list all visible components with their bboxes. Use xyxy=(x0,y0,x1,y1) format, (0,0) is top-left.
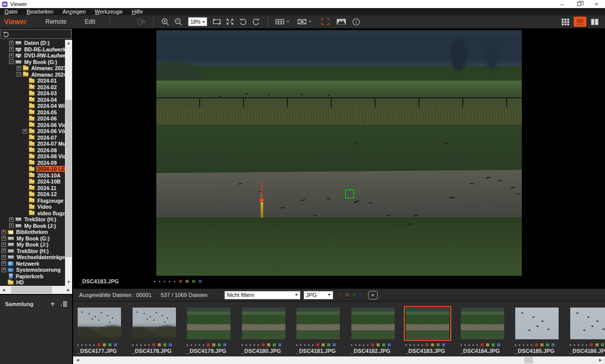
filter-select[interactable]: Nicht filtern xyxy=(224,291,300,299)
tree-item-trekstor-h[interactable]: +TrekStor (H:) xyxy=(0,248,65,255)
rating-dot[interactable] xyxy=(351,344,352,346)
tree-item-2024-07-mutte[interactable]: +2024-07 Mutte xyxy=(0,141,65,147)
collapse-icon[interactable]: − xyxy=(17,72,21,77)
tree-item-daten-d[interactable]: +Daten (D:) xyxy=(0,40,65,46)
rating-dot[interactable] xyxy=(523,344,524,346)
rating-dot[interactable] xyxy=(85,344,87,346)
tree-item-netzwerk[interactable]: +Netzwerk xyxy=(0,261,65,267)
label-color-filter[interactable] xyxy=(359,293,362,296)
rating-label-row[interactable] xyxy=(405,343,456,346)
label-color-square[interactable] xyxy=(480,343,483,346)
rating-dot[interactable] xyxy=(174,281,175,282)
expand-icon[interactable]: + xyxy=(9,41,14,45)
label-color-square[interactable] xyxy=(212,343,215,346)
rating-dot[interactable] xyxy=(144,344,146,346)
label-color-filter[interactable] xyxy=(339,293,342,296)
label-color-square[interactable] xyxy=(262,343,265,346)
label-color-square[interactable] xyxy=(218,343,221,346)
scrollbar-thumb[interactable] xyxy=(11,286,52,293)
rating-dot[interactable] xyxy=(89,344,91,346)
fit-screen-icon[interactable] xyxy=(223,17,236,27)
rating-dot[interactable] xyxy=(578,344,579,346)
tree-item-2024-08[interactable]: +2024-08 xyxy=(0,147,65,154)
scrollbar-thumb[interactable] xyxy=(524,357,533,363)
rating-dot[interactable] xyxy=(421,344,423,346)
label-color-square[interactable] xyxy=(223,343,226,346)
tree-item-my-book-j[interactable]: +My Book (J:) xyxy=(0,223,65,229)
thumbnail-dsc4185-jpg[interactable]: _DSC4185.JPG xyxy=(511,301,566,356)
tree-item-2024-12[interactable]: +2024-12 xyxy=(0,191,65,198)
view-compare-button[interactable] xyxy=(588,17,601,27)
rating-dot[interactable] xyxy=(308,344,310,346)
tree-item-2024-10b[interactable]: +2024-10B xyxy=(0,178,65,185)
rating-dot[interactable] xyxy=(136,344,138,346)
tree-item-almanac-2024[interactable]: −Almanac 2024 xyxy=(0,72,65,78)
rating-dot[interactable] xyxy=(132,344,134,346)
scroll-right-icon[interactable]: ► xyxy=(597,356,604,364)
rating-dot[interactable] xyxy=(195,344,196,346)
label-color-square[interactable] xyxy=(169,343,172,346)
tree-item-flugzeuge[interactable]: +Flugzeuge xyxy=(0,198,65,204)
expand-icon[interactable]: + xyxy=(2,255,6,260)
label-color-square[interactable] xyxy=(179,280,182,283)
label-color-square[interactable] xyxy=(540,343,543,346)
menu-item-datei[interactable]: Datei xyxy=(0,8,22,15)
rating-dot[interactable] xyxy=(405,344,407,346)
tree-item-2024-02[interactable]: +2024-02 xyxy=(0,84,65,91)
label-color-square[interactable] xyxy=(207,343,210,346)
sort-collection-button[interactable]: ↓ xyxy=(60,301,67,307)
label-color-square[interactable] xyxy=(426,343,429,346)
label-color-square[interactable] xyxy=(552,343,555,346)
rating-dot[interactable] xyxy=(409,344,411,346)
label-color-square[interactable] xyxy=(546,343,549,346)
expand-icon[interactable]: + xyxy=(2,268,6,272)
expand-icon[interactable]: + xyxy=(17,66,21,71)
rating-dot[interactable] xyxy=(241,344,243,346)
expand-icon[interactable]: + xyxy=(23,129,27,134)
label-color-square[interactable] xyxy=(114,343,117,346)
chevron-down-icon[interactable] xyxy=(286,21,289,23)
tree-item-2024-08-video[interactable]: +2024-08 Video xyxy=(0,153,65,160)
tree-item-my-book-j[interactable]: +My Book (J:) xyxy=(0,241,65,248)
thumbnail-dsc4183-jpg[interactable]: _DSC4183.JPG xyxy=(401,301,456,356)
tree-item-2024-09[interactable]: +2024-09 xyxy=(0,160,65,166)
fullscreen-icon[interactable] xyxy=(319,17,332,27)
filetype-select[interactable]: JPG xyxy=(304,291,333,299)
tab-remote[interactable]: Remote xyxy=(36,18,76,25)
rating-dot[interactable] xyxy=(300,344,301,346)
expand-icon[interactable]: + xyxy=(9,53,14,58)
add-collection-button[interactable]: + xyxy=(50,301,55,307)
rating-dot[interactable] xyxy=(413,344,415,346)
label-color-square[interactable] xyxy=(535,343,538,346)
label-color-square[interactable] xyxy=(492,343,495,346)
scroll-left-icon[interactable]: ◄ xyxy=(74,356,81,364)
thumbnail-dsc4181-jpg[interactable]: _DSC4181.JPG xyxy=(292,301,347,356)
rating-dot[interactable] xyxy=(199,344,200,346)
rating-label-row[interactable] xyxy=(187,343,237,346)
label-color-square[interactable] xyxy=(327,343,330,346)
rating-dot[interactable] xyxy=(570,344,571,346)
rating-dot[interactable] xyxy=(169,281,170,282)
label-color-square[interactable] xyxy=(316,343,319,346)
rating-dot[interactable] xyxy=(250,344,251,346)
rating-dot[interactable] xyxy=(515,344,516,346)
rating-label-row[interactable] xyxy=(570,343,605,346)
tree-item-dvd-rw-laufwerk-f[interactable]: +DVD-RW-Laufwerk (F xyxy=(0,52,65,59)
tree-item-systemsteuerung[interactable]: +Systemsteuerung xyxy=(0,267,65,273)
rating-dot[interactable] xyxy=(258,344,259,346)
tree-item-2024-06[interactable]: +2024-06 xyxy=(0,115,65,122)
rating-dot[interactable] xyxy=(476,344,478,346)
label-color-square[interactable] xyxy=(437,343,440,346)
tree-item-hd[interactable]: +HD xyxy=(0,279,65,286)
histogram-icon[interactable] xyxy=(335,17,348,27)
rating-label-row[interactable] xyxy=(132,343,183,346)
rating-dot[interactable] xyxy=(464,344,466,346)
tree-item-trekstor-h[interactable]: +TrekStor (H:) xyxy=(0,216,65,223)
rating-label-row[interactable] xyxy=(241,343,292,346)
rating-label-row[interactable] xyxy=(77,343,128,346)
rating-dot[interactable] xyxy=(367,344,369,346)
expand-icon[interactable]: + xyxy=(2,230,6,234)
rating-dot[interactable] xyxy=(254,344,255,346)
label-color-square[interactable] xyxy=(486,343,489,346)
tree-item-video-flugzeug[interactable]: +video flugzeug xyxy=(0,210,65,217)
